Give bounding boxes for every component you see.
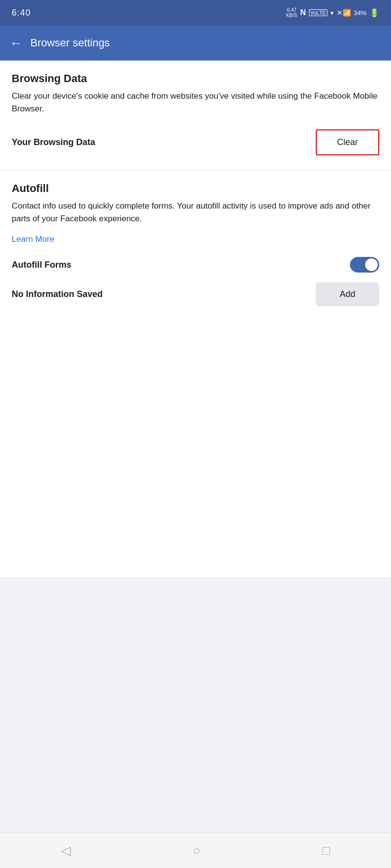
back-button[interactable]: ← [10,36,22,51]
battery-icon: 🔋 [369,8,379,18]
autofill-description: Contact info used to quickly complete fo… [12,200,379,225]
spacer [0,577,391,833]
autofill-section: Autofill Contact info used to quickly co… [0,170,391,321]
no-info-row: No Information Saved Add [12,277,379,311]
browsing-data-section: Browsing Data Clear your device's cookie… [0,61,391,170]
add-button[interactable]: Add [316,282,379,306]
status-time: 6:40 [12,8,31,18]
autofill-toggle[interactable] [350,257,379,273]
recent-nav-icon[interactable]: □ [323,843,330,858]
volte-icon: VoLTE [309,9,327,16]
clear-button[interactable]: Clear [316,129,379,155]
app-bar: ← Browser settings [0,25,391,61]
nfc-icon: N [300,8,306,17]
autofill-title: Autofill [12,182,379,195]
toggle-thumb [365,258,378,271]
status-speed: 0.47 KB/S [286,7,297,18]
back-nav-icon[interactable]: ◁ [61,843,71,858]
browsing-data-label: Your Browsing Data [12,137,95,148]
browsing-data-title: Browsing Data [12,72,379,85]
wifi-icon: ▾ [330,9,334,17]
toggle-track [350,257,379,273]
learn-more-link[interactable]: Learn More [12,234,379,244]
status-bar: 6:40 0.47 KB/S N VoLTE ▾ ✕📶 34% 🔋 [0,0,391,25]
app-bar-title: Browser settings [30,37,110,49]
bottom-nav: ◁ ○ □ [0,833,391,868]
autofill-forms-label: Autofill Forms [12,260,71,270]
signal-icon: ✕📶 [337,9,351,17]
content-area: Browsing Data Clear your device's cookie… [0,61,391,577]
battery-percent: 34% [354,9,367,17]
status-icons: 0.47 KB/S N VoLTE ▾ ✕📶 34% 🔋 [286,7,379,18]
browsing-data-row: Your Browsing Data Clear [12,125,379,160]
autofill-forms-row: Autofill Forms [12,252,379,277]
home-nav-icon[interactable]: ○ [193,843,200,858]
no-info-label: No Information Saved [12,289,103,299]
browsing-data-description: Clear your device's cookie and cache fro… [12,90,379,115]
